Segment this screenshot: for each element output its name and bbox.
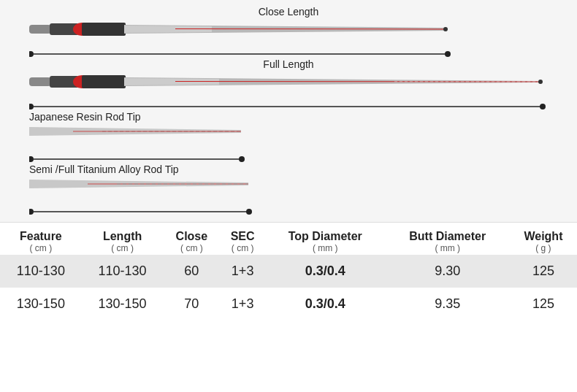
cell-top-diameter-1: 0.3/0.4: [265, 255, 386, 288]
cell-sec-1: 1+3: [220, 255, 265, 288]
svg-point-43: [246, 209, 252, 215]
col-close: Close ( cm ): [163, 223, 220, 255]
titanium-tip-indicator: [29, 206, 548, 215]
svg-point-13: [445, 51, 451, 57]
col-feature: Feature ( cm ): [0, 223, 82, 255]
cell-close-2: 70: [163, 288, 220, 320]
svg-point-35: [29, 156, 34, 162]
cell-sec-2: 1+3: [220, 288, 265, 320]
svg-point-10: [443, 27, 448, 31]
titanium-tip-rod: [29, 177, 548, 206]
full-length-rod: [29, 72, 548, 101]
full-length-indicator: [29, 101, 548, 109]
cell-length-1: 110-130: [82, 255, 164, 288]
cell-close-1: 60: [163, 255, 220, 288]
main-container: Close Length: [0, 0, 577, 392]
col-length: Length ( cm ): [82, 223, 164, 255]
close-length-rod-svg: [29, 19, 540, 39]
svg-point-41: [29, 209, 34, 215]
col-butt-diameter: Butt Diameter ( mm ): [386, 223, 510, 255]
resin-tip-label: Japanese Resin Rod Tip: [29, 111, 548, 123]
titanium-tip-label: Semi /Full Titanium Alloy Rod Tip: [29, 164, 548, 175]
diagram-section: Close Length: [0, 0, 577, 216]
resin-tip-indicator: [29, 153, 548, 162]
specs-table-section: Feature ( cm ) Length ( cm ) Close ( cm …: [0, 222, 577, 392]
svg-rect-0: [29, 25, 51, 34]
cell-butt-diameter-2: 9.35: [386, 288, 510, 320]
col-sec: SEC ( cm ): [220, 223, 265, 255]
titanium-tip-diagram: Semi /Full Titanium Alloy Rod Tip: [29, 164, 548, 215]
close-length-indicator: [29, 48, 548, 57]
svg-point-37: [239, 156, 245, 162]
cell-top-diameter-2: 0.3/0.4: [265, 288, 386, 320]
cell-length-2: 130-150: [82, 288, 164, 320]
svg-point-29: [29, 104, 34, 109]
cell-feature-2: 130-150: [0, 288, 82, 320]
table-row: 130-150 130-150 70 1+3 0.3/0.4 9.35 125: [0, 288, 577, 320]
resin-tip-diagram: Japanese Resin Rod Tip: [29, 111, 548, 162]
svg-point-31: [540, 104, 546, 109]
col-weight: Weight ( g ): [510, 223, 577, 255]
svg-rect-17: [82, 75, 126, 88]
titanium-tip-rod-svg: [29, 177, 307, 191]
resin-tip-rod: [29, 124, 548, 153]
cell-weight-1: 125: [510, 255, 577, 288]
resin-tip-rod-svg: [29, 124, 292, 139]
svg-rect-14: [29, 77, 51, 86]
svg-point-11: [29, 51, 34, 57]
table-header-row: Feature ( cm ) Length ( cm ) Close ( cm …: [0, 223, 577, 255]
close-length-rod: [29, 19, 548, 48]
close-length-diagram: Close Length: [29, 6, 548, 57]
specs-table: Feature ( cm ) Length ( cm ) Close ( cm …: [0, 223, 577, 320]
cell-feature-1: 110-130: [0, 255, 82, 288]
cell-butt-diameter-1: 9.30: [386, 255, 510, 288]
svg-rect-3: [82, 23, 126, 36]
table-row: 110-130 110-130 60 1+3 0.3/0.4 9.30 125: [0, 255, 577, 288]
full-length-diagram: Full Length: [29, 58, 548, 109]
full-length-label: Full Length: [29, 58, 548, 70]
cell-weight-2: 125: [510, 288, 577, 320]
close-length-label: Close Length: [29, 6, 548, 18]
full-length-rod-svg: [29, 72, 555, 92]
svg-point-28: [538, 80, 543, 84]
col-top-diameter: Top Diameter ( mm ): [265, 223, 386, 255]
